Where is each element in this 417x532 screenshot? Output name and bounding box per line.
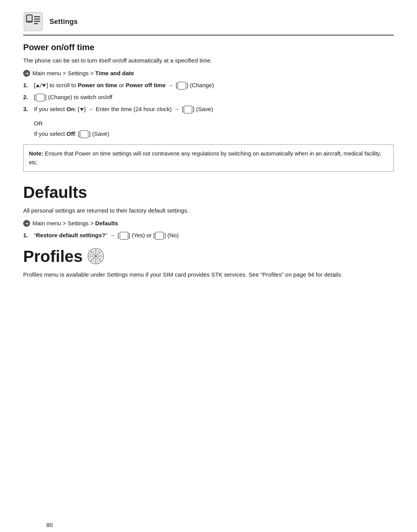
svg-point-15 (95, 255, 97, 257)
power-section-desc: The phone can be set to turn itself on/o… (23, 56, 394, 65)
profiles-section-title: Profiles (23, 247, 83, 266)
up-arrow-icon (36, 84, 40, 87)
defaults-steps-list: 1. “Restore default settings?” → [ ] (Ye… (23, 231, 394, 240)
down-arrow-icon-2 (80, 108, 84, 111)
profiles-icon (87, 248, 104, 266)
no-button-icon (155, 232, 164, 240)
down-arrow-icon (42, 84, 46, 87)
profiles-section: Profiles Profiles menu is available unde… (23, 247, 394, 279)
if-off-text: If you select Off: [ ] (Save) (34, 130, 394, 138)
header-title: Settings (49, 18, 78, 26)
svg-rect-3 (28, 21, 31, 22)
svg-rect-5 (34, 19, 40, 20)
profiles-title-row: Profiles (23, 247, 394, 266)
defaults-section: Defaults All personal settings are retur… (23, 183, 394, 240)
svg-rect-2 (27, 15, 32, 21)
nav-arrow-icon-2: ➜ (23, 220, 30, 227)
defaults-step-1: 1. “Restore default settings?” → [ ] (Ye… (23, 231, 394, 240)
power-nav-path: ➜ Main menu > Settings > Time and date (23, 70, 394, 77)
power-step-1: 1. [/] to scroll to Power on time or Pow… (23, 81, 394, 90)
save-button-icon (184, 106, 192, 113)
settings-icon (23, 12, 43, 32)
change-btn-icon-2 (36, 94, 44, 101)
note-text: Ensure that Power on time settings will … (29, 150, 381, 165)
power-step-2: 2. [ ] (Change) to switch on/off (23, 93, 394, 101)
power-section-title: Power on/off time (23, 42, 394, 52)
change-button-icon (178, 82, 186, 90)
or-text: OR (34, 119, 394, 128)
page-header: Settings (23, 12, 394, 35)
profiles-section-desc: Profiles menu is available under Setting… (23, 270, 394, 279)
svg-rect-6 (34, 21, 40, 22)
svg-rect-4 (34, 16, 40, 17)
power-steps-list: 1. [/] to scroll to Power on time or Pow… (23, 81, 394, 114)
defaults-section-title: Defaults (23, 183, 394, 202)
power-section: Power on/off time The phone can be set t… (23, 42, 394, 172)
power-note-box: Note: Ensure that Power on time settings… (23, 144, 394, 172)
page-number: 80 (46, 522, 53, 528)
power-step-3: 3. If you select On: [] → Enter the time… (23, 105, 394, 114)
nav-arrow-icon: ➜ (23, 70, 30, 77)
svg-rect-7 (34, 23, 38, 24)
yes-button-icon (120, 232, 128, 240)
defaults-nav-path: ➜ Main menu > Settings > Defaults (23, 220, 394, 227)
save-off-button-icon (80, 130, 88, 138)
note-label: Note: (29, 150, 43, 157)
defaults-section-desc: All personal settings are returned to th… (23, 206, 394, 215)
